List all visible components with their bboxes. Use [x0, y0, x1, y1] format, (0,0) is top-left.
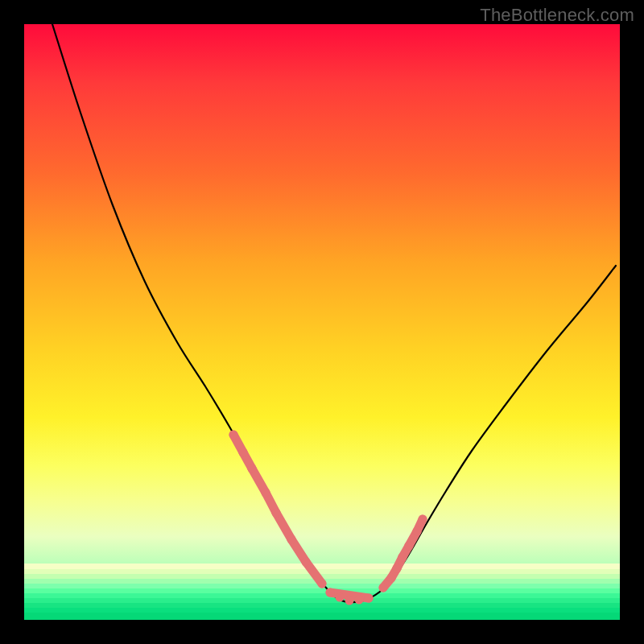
marker-dot	[393, 564, 402, 573]
plot-area	[24, 24, 620, 620]
marker-dot	[239, 448, 248, 457]
marker-dot	[419, 515, 427, 524]
watermark-text: TheBottleneck.com	[480, 5, 634, 26]
marker-dot	[318, 580, 327, 588]
marker-dot	[345, 597, 354, 605]
marker-dot	[262, 489, 270, 497]
curve-markers	[229, 431, 427, 605]
bottleneck-curve	[52, 24, 616, 602]
marker-dot	[398, 553, 407, 562]
marker-dot	[287, 535, 296, 544]
chart-frame: TheBottleneck.com	[0, 0, 644, 644]
marker-dot	[336, 593, 345, 602]
marker-dot	[387, 574, 396, 583]
marker-dot	[379, 584, 388, 592]
marker-dot	[248, 464, 257, 473]
marker-dot	[355, 596, 364, 605]
marker-dot	[405, 542, 414, 551]
marker-dot	[229, 431, 238, 440]
marker-dot	[326, 588, 335, 597]
marker-dot	[272, 509, 281, 518]
marker-dot	[413, 527, 422, 536]
marker-dot	[302, 558, 311, 567]
curve-svg	[24, 24, 620, 620]
marker-segment	[276, 513, 291, 539]
marker-dot	[365, 594, 374, 603]
